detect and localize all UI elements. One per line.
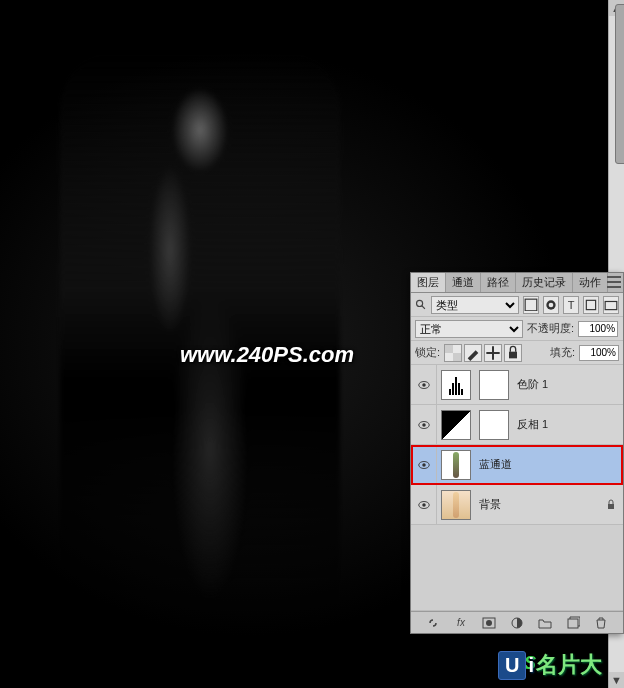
site-badge: U i 名片大 <box>498 650 602 680</box>
lock-paint-icon[interactable] <box>464 344 482 362</box>
watermark-text: www.240PS.com <box>180 342 354 368</box>
search-icon <box>415 298 427 312</box>
new-adjustment-icon[interactable] <box>508 615 526 631</box>
layer-fx-icon[interactable]: fx <box>452 615 470 631</box>
scroll-down-arrow[interactable]: ▼ <box>609 672 624 688</box>
svg-rect-5 <box>586 300 595 309</box>
layer-thumb <box>441 410 471 440</box>
blend-mode-row: 正常 不透明度: 100% <box>411 317 623 341</box>
layer-mask-thumb <box>479 370 509 400</box>
blend-mode-select[interactable]: 正常 <box>415 320 523 338</box>
svg-point-17 <box>422 503 426 507</box>
svg-rect-9 <box>509 351 517 358</box>
lock-transparency-icon[interactable] <box>444 344 462 362</box>
visibility-toggle[interactable] <box>411 365 437 404</box>
fill-label: 填充: <box>550 345 575 360</box>
layer-row-bluechannel[interactable]: 蓝通道 <box>411 445 623 485</box>
new-group-icon[interactable] <box>536 615 554 631</box>
layer-list: 色阶 1 反相 1 蓝通道 背景 <box>411 365 623 611</box>
tab-history[interactable]: 历史记录 <box>516 273 573 292</box>
badge-u: U <box>498 651 526 680</box>
filter-smart-icon[interactable] <box>603 296 619 314</box>
layer-thumb <box>441 490 471 520</box>
svg-point-20 <box>486 620 492 626</box>
svg-point-0 <box>417 300 423 306</box>
delete-layer-icon[interactable] <box>592 615 610 631</box>
svg-rect-7 <box>445 345 453 353</box>
layers-panel: 图层 通道 路径 历史记录 动作 类型 T 正常 不透明度: 100% 锁定: … <box>410 272 624 634</box>
scrollbar-thumb[interactable] <box>615 4 624 164</box>
lock-label: 锁定: <box>415 345 440 360</box>
tab-channels[interactable]: 通道 <box>446 273 481 292</box>
layer-thumb <box>441 450 471 480</box>
badge-text: 名片大 <box>536 650 602 680</box>
opacity-label: 不透明度: <box>527 321 574 336</box>
add-mask-icon[interactable] <box>480 615 498 631</box>
lock-row: 锁定: 填充: 100% <box>411 341 623 365</box>
svg-rect-18 <box>608 504 614 509</box>
svg-point-13 <box>422 423 426 427</box>
tab-paths[interactable]: 路径 <box>481 273 516 292</box>
tab-layers[interactable]: 图层 <box>411 273 446 292</box>
link-layers-icon[interactable] <box>424 615 442 631</box>
panel-tabs: 图层 通道 路径 历史记录 动作 <box>411 273 623 293</box>
new-layer-icon[interactable] <box>564 615 582 631</box>
layer-row-invert[interactable]: 反相 1 <box>411 405 623 445</box>
svg-rect-2 <box>525 299 537 311</box>
fill-field[interactable]: 100% <box>579 345 619 361</box>
visibility-toggle[interactable] <box>411 405 437 444</box>
svg-rect-22 <box>568 619 578 628</box>
panel-footer: fx <box>411 611 623 633</box>
badge-i: i <box>528 654 534 677</box>
layer-thumb <box>441 370 471 400</box>
filter-type-icon[interactable]: T <box>563 296 579 314</box>
filter-type-select[interactable]: 类型 <box>431 296 519 314</box>
svg-rect-8 <box>453 353 461 361</box>
panel-menu-icon[interactable] <box>607 276 621 288</box>
svg-point-4 <box>549 302 554 307</box>
lock-icon <box>605 499 617 511</box>
lock-move-icon[interactable] <box>484 344 502 362</box>
layer-filter-row: 类型 T <box>411 293 623 317</box>
lock-all-icon[interactable] <box>504 344 522 362</box>
visibility-toggle[interactable] <box>411 445 437 484</box>
layer-mask-thumb <box>479 410 509 440</box>
visibility-toggle[interactable] <box>411 485 437 524</box>
layer-name[interactable]: 反相 1 <box>517 417 548 432</box>
svg-line-1 <box>422 305 425 308</box>
tab-actions[interactable]: 动作 <box>573 273 608 292</box>
layer-name[interactable]: 色阶 1 <box>517 377 548 392</box>
svg-rect-6 <box>605 301 617 309</box>
opacity-field[interactable]: 100% <box>578 321 618 337</box>
layer-list-empty-area[interactable] <box>411 525 623 611</box>
layer-name[interactable]: 蓝通道 <box>479 457 512 472</box>
svg-point-15 <box>422 463 426 467</box>
filter-adjust-icon[interactable] <box>543 296 559 314</box>
filter-pixel-icon[interactable] <box>523 296 539 314</box>
layer-name[interactable]: 背景 <box>479 497 501 512</box>
svg-point-11 <box>422 383 426 387</box>
filter-shape-icon[interactable] <box>583 296 599 314</box>
layer-row-background[interactable]: 背景 <box>411 485 623 525</box>
layer-row-levels[interactable]: 色阶 1 <box>411 365 623 405</box>
